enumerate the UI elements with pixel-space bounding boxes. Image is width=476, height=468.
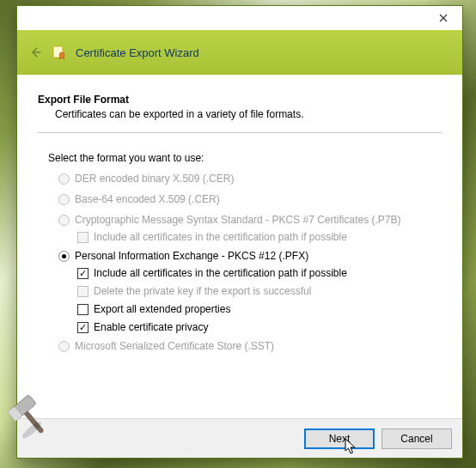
option-label: Personal Information Exchange - PKCS #12… <box>75 250 308 262</box>
option-sst: Microsoft Serialized Certificate Store (… <box>58 340 442 352</box>
option-pfx[interactable]: Personal Information Exchange - PKCS #12… <box>58 250 442 262</box>
step-title: Export File Format <box>38 94 442 106</box>
option-der: DER encoded binary X.509 (.CER) <box>58 173 442 185</box>
checkbox-icon[interactable] <box>77 304 88 315</box>
option-pfx-extended[interactable]: Export all extended properties <box>77 303 442 315</box>
radio-icon[interactable] <box>58 251 70 262</box>
wizard-content: Export File Format Certificates can be e… <box>17 75 462 418</box>
option-base64: Base-64 encoded X.509 (.CER) <box>58 193 442 205</box>
option-label: Export all extended properties <box>94 303 230 315</box>
option-label: Base-64 encoded X.509 (.CER) <box>75 193 220 205</box>
option-label: Include all certificates in the certific… <box>94 267 347 279</box>
checkbox-icon <box>77 232 88 243</box>
option-label: Microsoft Serialized Certificate Store (… <box>75 340 274 352</box>
option-label: Delete the private key if the export is … <box>94 285 311 297</box>
radio-icon <box>58 215 70 226</box>
option-label: DER encoded binary X.509 (.CER) <box>75 173 234 185</box>
checkbox-icon[interactable]: ✓ <box>77 268 88 279</box>
radio-icon <box>58 194 70 205</box>
wizard-footer: Next Cancel <box>17 418 462 458</box>
back-arrow-icon <box>27 45 43 60</box>
divider <box>38 132 442 133</box>
checkbox-icon[interactable]: ✓ <box>77 322 88 333</box>
close-button[interactable] <box>424 6 462 30</box>
step-description: Certificates can be exported in a variet… <box>55 108 442 120</box>
wizard-dialog: Certificate Export Wizard Export File Fo… <box>16 5 463 459</box>
option-pfx-include[interactable]: ✓ Include all certificates in the certif… <box>77 267 442 279</box>
format-prompt: Select the format you want to use: <box>48 152 442 164</box>
certificate-icon <box>52 45 67 60</box>
option-label: Enable certificate privacy <box>94 321 208 333</box>
option-pfx-privacy[interactable]: ✓ Enable certificate privacy <box>77 321 442 333</box>
checkbox-icon <box>77 286 88 297</box>
option-pkcs7: Cryptographic Message Syntax Standard - … <box>58 214 442 226</box>
next-button[interactable]: Next <box>304 428 375 449</box>
option-pkcs7-include: Include all certificates in the certific… <box>77 231 442 243</box>
wizard-title: Certificate Export Wizard <box>76 46 199 59</box>
cancel-button[interactable]: Cancel <box>381 428 452 449</box>
titlebar <box>17 6 462 30</box>
wizard-header: Certificate Export Wizard <box>17 30 462 75</box>
option-label: Cryptographic Message Syntax Standard - … <box>75 214 401 226</box>
option-pfx-delete: Delete the private key if the export is … <box>77 285 442 297</box>
pfx-suboptions: ✓ Include all certificates in the certif… <box>77 267 442 333</box>
option-label: Include all certificates in the certific… <box>94 231 347 243</box>
pkcs7-suboptions: Include all certificates in the certific… <box>77 231 442 243</box>
format-options: DER encoded binary X.509 (.CER) Base-64 … <box>58 173 442 352</box>
radio-icon <box>58 173 70 185</box>
radio-icon <box>58 341 70 352</box>
